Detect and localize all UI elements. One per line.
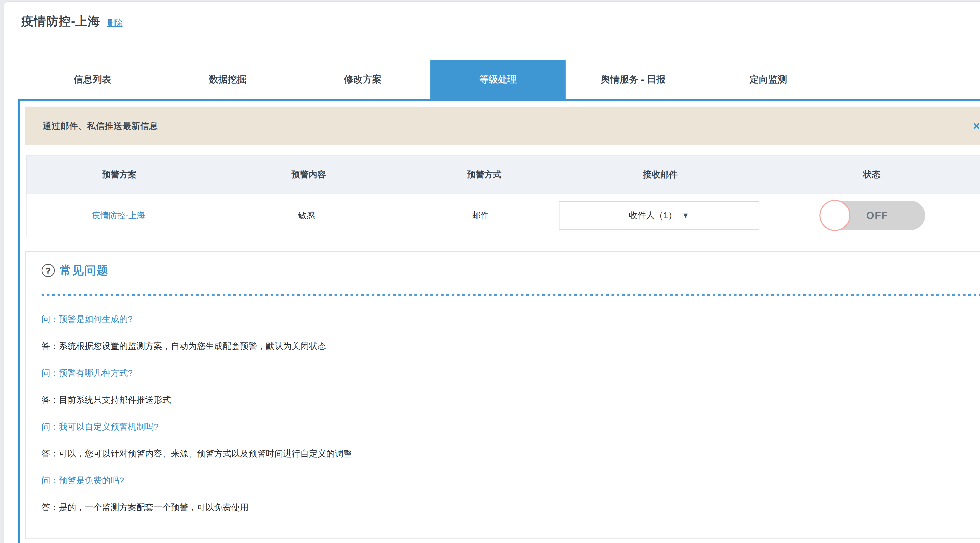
close-icon[interactable]: × bbox=[973, 120, 980, 132]
faq-question: 问：预警是如何生成的? bbox=[41, 306, 976, 333]
faq-header: ? 常见问题 bbox=[41, 262, 108, 279]
plan-cell: 疫情防控-上海 bbox=[27, 194, 210, 237]
delete-link[interactable]: 删除 bbox=[107, 18, 123, 28]
faq-section: ? 常见问题 问：预警是如何生成的? 答：系统根据您设置的监测方案，自动为您生成… bbox=[25, 251, 980, 539]
tab-bar: 信息列表 数据挖掘 修改方案 等级处理 舆情服务 - 日报 定向监测 bbox=[25, 60, 836, 99]
table-header-row: 预警方案 预警内容 预警方式 接收邮件 状态 bbox=[26, 155, 980, 194]
tab-modify-plan[interactable]: 修改方案 bbox=[295, 60, 430, 99]
alert-table: 预警方案 预警内容 预警方式 接收邮件 状态 疫情防控-上海 敏感 邮件 收件人… bbox=[26, 155, 980, 237]
content-cell: 敏感 bbox=[210, 194, 402, 237]
recipients-label: 收件人（1） bbox=[629, 210, 677, 221]
tab-info-list[interactable]: 信息列表 bbox=[25, 60, 160, 99]
method-cell: 邮件 bbox=[402, 194, 559, 237]
faq-answer: 答：目前系统只支持邮件推送形式 bbox=[41, 386, 976, 413]
faq-answer: 答：可以，您可以针对预警内容、来源、预警方式以及预警时间进行自定义的调整 bbox=[41, 440, 976, 467]
faq-question: 问：我可以自定义预警机制吗? bbox=[41, 413, 976, 440]
page-title: 疫情防控-上海 bbox=[21, 13, 100, 29]
tab-data-mining[interactable]: 数据挖掘 bbox=[160, 60, 295, 99]
faq-list: 问：预警是如何生成的? 答：系统根据您设置的监测方案，自动为您生成配套预警，默认… bbox=[41, 306, 976, 521]
recipients-dropdown[interactable]: 收件人（1） ▼ bbox=[559, 201, 759, 229]
faq-answer: 答：系统根据您设置的监测方案，自动为您生成配套预警，默认为关闭状态 bbox=[41, 333, 976, 359]
tab-targeted-monitoring[interactable]: 定向监测 bbox=[701, 60, 836, 99]
table-row: 疫情防控-上海 敏感 邮件 收件人（1） ▼ OFF bbox=[26, 194, 980, 237]
question-mark-icon: ? bbox=[41, 264, 55, 277]
screen: 疫情防控-上海 删除 信息列表 数据挖掘 修改方案 等级处理 舆情服务 - 日报… bbox=[0, 0, 980, 543]
faq-question: 问：预警是免费的吗? bbox=[41, 467, 976, 494]
toggle-off-label: OFF bbox=[851, 201, 904, 230]
status-toggle[interactable]: OFF bbox=[820, 201, 925, 230]
toggle-knob bbox=[819, 200, 850, 231]
faq-question: 问：预警有哪几种方式? bbox=[41, 359, 976, 386]
status-cell: OFF bbox=[759, 194, 980, 237]
dashed-divider bbox=[41, 294, 980, 296]
header-content: 预警内容 bbox=[212, 156, 405, 194]
header-method: 预警方式 bbox=[405, 156, 563, 194]
header-recipients: 接收邮件 bbox=[563, 156, 757, 194]
notice-bar: 通过邮件、私信推送最新信息 × bbox=[25, 107, 980, 145]
page-header: 疫情防控-上海 删除 bbox=[21, 13, 123, 29]
notice-text: 通过邮件、私信推送最新信息 bbox=[43, 120, 158, 132]
faq-title: 常见问题 bbox=[60, 263, 108, 279]
tab-service-daily[interactable]: 舆情服务 - 日报 bbox=[566, 60, 701, 99]
caret-down-icon: ▼ bbox=[682, 211, 689, 220]
tab-level-processing[interactable]: 等级处理 bbox=[430, 60, 566, 99]
header-status: 状态 bbox=[757, 156, 980, 194]
recipients-cell: 收件人（1） ▼ bbox=[559, 194, 759, 237]
header-plan: 预警方案 bbox=[27, 156, 212, 194]
faq-answer: 答：是的，一个监测方案配套一个预警，可以免费使用 bbox=[41, 494, 976, 521]
plan-link[interactable]: 疫情防控-上海 bbox=[92, 210, 145, 221]
